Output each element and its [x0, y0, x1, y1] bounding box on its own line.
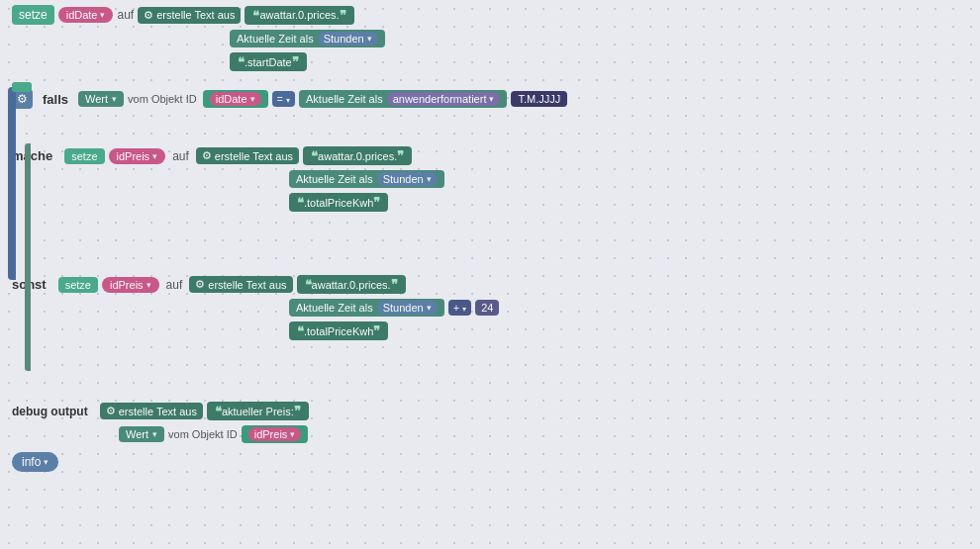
vom-label-2: vom Objekt ID [128, 93, 197, 105]
quote-5a: ❝ aktueller Preis: ❞ [207, 402, 309, 420]
idpreis-pill-4[interactable]: idPreis ▾ [102, 277, 159, 293]
aktuelle-zeit-3[interactable]: Aktuelle Zeit als Stunden ▾ [289, 170, 444, 188]
stunden-pill-3[interactable]: Stunden ▾ [377, 172, 438, 186]
idpreis-pill-5[interactable]: idPreis ▾ [248, 427, 302, 441]
eq-block: = ▾ [272, 91, 296, 107]
quote-3b: ❝ .totalPriceKwh ❞ [289, 193, 388, 212]
idpreis-pill-3[interactable]: idPreis ▾ [109, 148, 166, 164]
connector-top-1 [12, 82, 32, 92]
aktuelle-zeit-4[interactable]: Aktuelle Zeit als Stunden ▾ [289, 299, 444, 317]
stunden-pill-1[interactable]: Stunden ▾ [318, 32, 378, 46]
falls-side-strip [8, 87, 16, 280]
auf-label-4: auf [166, 278, 183, 292]
iddate-pill-1[interactable]: idDate ▾ [58, 7, 114, 23]
tmjjjj-block: T.M.JJJJ [511, 91, 567, 107]
plus-block[interactable]: + ▾ [448, 300, 472, 316]
auf-label-3: auf [172, 149, 189, 163]
idpreis-wert-5[interactable]: idPreis ▾ [242, 425, 309, 443]
gear-icon-1: ⚙ [144, 9, 153, 22]
vom-label-5: vom Objekt ID [168, 428, 238, 440]
quote-3a: ❝ awattar.0.prices. ❞ [303, 146, 412, 165]
gear-erstelle-3[interactable]: ⚙ erstelle Text aus [196, 147, 299, 164]
num-block: 24 [475, 300, 499, 316]
aktuelle-zeit-falls[interactable]: Aktuelle Zeit als anwenderformatiert ▾ [299, 90, 507, 108]
mache-side-strip [25, 143, 31, 371]
anwender-pill[interactable]: anwenderformatiert ▾ [387, 92, 501, 106]
stunden-pill-4[interactable]: Stunden ▾ [377, 301, 438, 315]
auf-label-1: auf [117, 8, 134, 22]
wert-block-5[interactable]: Wert ▾ [119, 426, 164, 442]
wert-block-2[interactable]: Wert ▾ [78, 91, 124, 107]
falls-label: falls [43, 92, 68, 107]
mache-label: mache [12, 148, 52, 163]
dropdown-arrow: ▾ [100, 10, 105, 20]
setze-block-3: setze [64, 148, 104, 164]
setze-label: setze [19, 8, 48, 22]
gear-erstelle-5[interactable]: ⚙ erstelle Text aus [100, 403, 203, 419]
gear-block-1[interactable]: ⚙ erstelle Text aus [138, 7, 241, 24]
quote-4a: ❝ awattar.0.prices. ❞ [297, 275, 406, 294]
gear-erstelle-4[interactable]: ⚙ erstelle Text aus [189, 276, 292, 293]
setze-block-4: setze [58, 277, 98, 293]
iddate-falls[interactable]: idDate ▾ [203, 90, 268, 108]
iddate-pill-falls[interactable]: idDate ▾ [210, 92, 261, 106]
quote-block-1a: ❝ awattar.0.prices. ❞ [245, 6, 353, 25]
aktuelle-zeit-block-1[interactable]: Aktuelle Zeit als Stunden ▾ [230, 30, 385, 47]
quote-4b: ❝ .totalPriceKwh ❞ [289, 321, 388, 340]
setze-block: setze [12, 5, 54, 25]
quote-startdate: ❝ .startDate ❞ [230, 52, 307, 71]
debug-label: debug output [12, 405, 88, 418]
info-pill[interactable]: info ▾ [12, 452, 58, 472]
